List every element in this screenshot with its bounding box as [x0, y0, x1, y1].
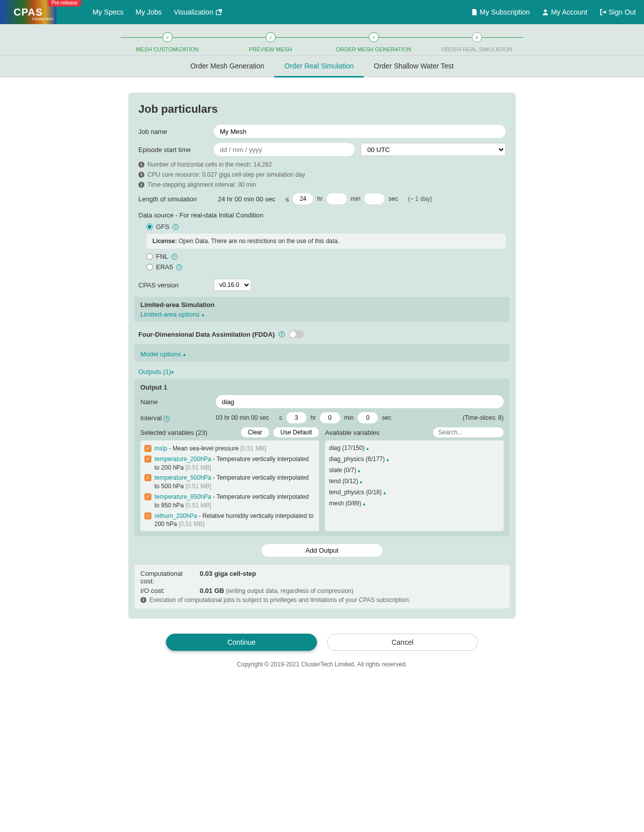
episode-date-input[interactable]: [214, 143, 355, 156]
interval-min-input[interactable]: [320, 412, 340, 423]
svg-point-1: [544, 10, 547, 12]
limited-area-section: Limited-area Simulation Limited-area opt…: [134, 297, 510, 322]
category-item[interactable]: tend_physics (0/18): [329, 489, 500, 496]
info-icon: i: [138, 172, 144, 178]
var-item[interactable]: ✓temperature_850hPa - Temperature vertic…: [144, 493, 315, 510]
interval-sec-input[interactable]: [358, 412, 378, 423]
var-item[interactable]: ✓temperature_200hPa - Temperature vertic…: [144, 455, 315, 472]
job-name-label: Job name: [138, 128, 214, 135]
utc-select[interactable]: 00 UTC: [361, 143, 506, 156]
length-text: 24 hr 00 min 00 sec: [218, 195, 275, 203]
continue-button[interactable]: Continue: [166, 634, 317, 651]
step-order-real-simulation: 4 Order Real Simulation: [425, 32, 528, 52]
selected-vars-label: Selected variables (23): [140, 429, 207, 436]
checkbox-icon[interactable]: ✓: [144, 512, 151, 519]
category-item[interactable]: state (0/7): [329, 467, 500, 474]
selected-vars-box[interactable]: ✓mslp - Mean sea-level pressure [0.51 MB…: [140, 440, 319, 531]
length-hint: (~ 1 day): [408, 195, 432, 202]
length-min-input[interactable]: [327, 193, 347, 204]
length-label: Length of simulation: [138, 195, 214, 203]
interval-label: Interval ?: [140, 414, 216, 422]
output-name-label: Name: [140, 398, 216, 406]
checkbox-icon[interactable]: ✓: [144, 456, 151, 463]
page-title: Job particulars: [138, 103, 506, 116]
tab-order-shallow-water-test[interactable]: Order Shallow Water Test: [364, 56, 464, 78]
user-icon: [542, 9, 549, 16]
var-item[interactable]: ✓relhum_500hPa - Relative humidity verti…: [144, 531, 315, 531]
tab-order-mesh-generation[interactable]: Order Mesh Generation: [180, 56, 274, 78]
help-icon[interactable]: ?: [279, 331, 285, 337]
category-item[interactable]: diag (17/150): [329, 444, 500, 451]
model-options-section: Model options: [134, 344, 510, 362]
caret-up-icon: [360, 478, 362, 485]
caret-up-icon: [366, 444, 369, 451]
nav-subscription[interactable]: My Subscription: [471, 8, 530, 16]
file-icon: [471, 9, 478, 16]
output-block: Output 1 Name Interval ? 03 hr 00 min 00…: [134, 379, 510, 536]
help-icon[interactable]: ?: [176, 264, 182, 270]
version-select[interactable]: v0.16.0: [214, 279, 251, 291]
step-mesh-customization[interactable]: ✓ Mesh Customization: [116, 32, 219, 52]
fdda-toggle[interactable]: [289, 330, 304, 338]
info-icon: i: [140, 597, 146, 603]
info-step: iTime-stepping alignment interval: 30 mi…: [138, 181, 506, 188]
nav-account[interactable]: My Account: [542, 8, 587, 16]
ds-fnl-radio[interactable]: FNL?: [146, 253, 506, 260]
caret-up-icon: [386, 456, 389, 463]
step-order-mesh-generation[interactable]: ✓ Order Mesh Generation: [322, 32, 425, 52]
info-cpu: iCPU core resource: 0.027 giga cell-step…: [138, 171, 506, 178]
navbar: CPAS ClusterTech Pre-release My Specs My…: [0, 0, 644, 24]
model-options-toggle[interactable]: Model options: [140, 350, 186, 358]
category-item[interactable]: mesh (0/89): [329, 500, 500, 507]
checkbox-icon[interactable]: ✓: [144, 445, 151, 452]
nav-signout[interactable]: Sign Out: [600, 8, 636, 16]
footer: Copyright © 2019-2021 ClusterTech Limite…: [128, 661, 516, 668]
job-particulars-card: Job particulars Job name Episode start t…: [128, 93, 516, 619]
fdda-label: Four-Dimensional Data Assimilation (FDDA…: [138, 331, 275, 338]
var-item[interactable]: ✓temperature_500hPa - Temperature vertic…: [144, 474, 315, 491]
tabs-bar: Order Mesh Generation Order Real Simulat…: [0, 55, 644, 78]
ds-era5-radio[interactable]: ERA5?: [146, 263, 506, 271]
cancel-button[interactable]: Cancel: [327, 634, 478, 651]
search-input[interactable]: [433, 427, 504, 437]
category-item[interactable]: tend (0/12): [329, 478, 500, 485]
caret-up-icon: [363, 500, 365, 507]
step-preview-mesh[interactable]: ✓ Preview Mesh: [219, 32, 322, 52]
outputs-toggle[interactable]: Outputs (1): [138, 368, 174, 375]
use-default-button[interactable]: Use Default: [273, 427, 319, 437]
checkbox-icon[interactable]: ✓: [144, 474, 151, 481]
clear-button[interactable]: Clear: [241, 427, 270, 437]
license-box: License: Open Data. There are no restric…: [146, 234, 506, 249]
nav-my-jobs[interactable]: My Jobs: [135, 8, 162, 16]
logo-area[interactable]: CPAS ClusterTech Pre-release: [0, 0, 56, 24]
help-icon[interactable]: ?: [164, 416, 170, 422]
help-icon[interactable]: ?: [172, 254, 178, 260]
var-item[interactable]: ✓relhum_200hPa - Relative humidity verti…: [144, 512, 315, 529]
interval-hr-input[interactable]: [286, 412, 306, 423]
signout-icon: [600, 9, 607, 16]
timeslices: (Time-slices: 8): [462, 414, 504, 421]
checkbox-icon[interactable]: ✓: [144, 493, 151, 500]
nav-visualization[interactable]: Visualization: [174, 8, 222, 16]
available-vars-box[interactable]: diag (17/150) diag_physics (6/177) state…: [325, 440, 504, 531]
length-hr-input[interactable]: [293, 193, 313, 204]
add-output-button[interactable]: Add Output: [262, 544, 382, 557]
output-name-input[interactable]: [216, 395, 504, 408]
info-cells: iNumber of horizontal cells in the mesh:…: [138, 161, 506, 168]
job-name-input[interactable]: [214, 125, 506, 138]
available-vars-label: Available variables: [325, 429, 379, 436]
nav-my-specs[interactable]: My Specs: [93, 8, 123, 16]
var-item[interactable]: ✓mslp - Mean sea-level pressure [0.51 MB…: [144, 444, 315, 453]
ds-gfs-radio[interactable]: GFS?: [146, 223, 506, 231]
tab-order-real-simulation[interactable]: Order Real Simulation: [274, 56, 364, 78]
length-sec-input[interactable]: [364, 193, 384, 204]
episode-label: Episode start time: [138, 146, 214, 154]
help-icon[interactable]: ?: [173, 224, 179, 230]
caret-up-icon: [358, 467, 360, 474]
limited-area-toggle[interactable]: Limited-area options: [140, 311, 204, 318]
stepper-bar: ✓ Mesh Customization ✓ Preview Mesh ✓ Or…: [0, 24, 644, 55]
caret-up-icon: [383, 489, 386, 496]
info-icon: i: [138, 182, 144, 188]
category-item[interactable]: diag_physics (6/177): [329, 456, 500, 463]
info-icon: i: [138, 162, 144, 168]
